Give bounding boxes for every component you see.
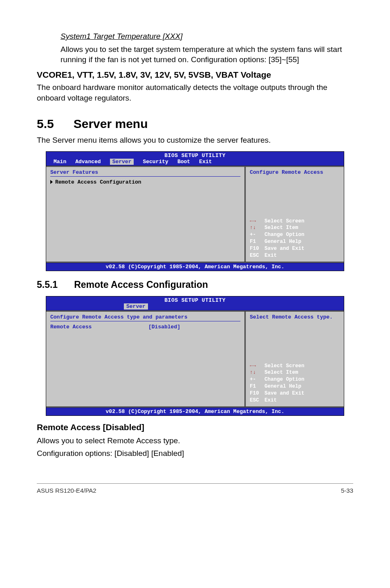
bios-left-panel: Server Features Remote Access Configurat… (46, 167, 246, 262)
key-f1: F1 (250, 383, 261, 390)
page-container: System1 Target Temperature [XXX] Allows … (0, 0, 390, 510)
vcore-desc: The onboard hardware monitor automatical… (37, 82, 353, 103)
key-plusminus: +- (250, 376, 261, 383)
remote-access-desc-1: Allows you to select Remote Access type. (37, 435, 353, 446)
key-help: ←→Select Screen ↑↓Select Item +-Change O… (250, 218, 340, 259)
section-number: 5.5 (37, 117, 54, 131)
key-plusminus: +- (250, 231, 261, 238)
page-footer: ASUS RS120-E4/PA2 5-33 (37, 483, 353, 494)
footer-product: ASUS RS120-E4/PA2 (37, 487, 96, 494)
keyhelp-general-help: General Help (264, 238, 301, 245)
remote-access-heading: Remote Access [Disabled] (37, 422, 353, 432)
triangle-right-icon (50, 180, 53, 184)
bios-footer: v02.58 (C)Copyright 1985-2004, American … (46, 408, 344, 415)
bios-screenshot-server-menu: BIOS SETUP UTILITY Main Advanced Server … (46, 151, 344, 271)
arrows-lr-icon: ←→ (250, 218, 261, 225)
sub-setting-title: System1 Target Temperature [XXX] (61, 31, 353, 42)
tab-exit: Exit (199, 159, 212, 165)
kv-value: [Disabled] (148, 324, 180, 330)
bios-left-panel: Configure Remote Access type and paramet… (46, 312, 246, 406)
tab-main: Main (54, 159, 66, 165)
menu-item-label: Remote Access Configuration (55, 179, 141, 185)
kv-key: Remote Access (50, 324, 148, 330)
subsection-number: 5.5.1 (37, 279, 58, 290)
tab-boot: Boot (177, 159, 190, 165)
tab-security: Security (143, 159, 168, 165)
server-features-label: Server Features (50, 169, 240, 175)
key-esc: ESC (250, 252, 261, 259)
arrows-ud-icon: ↑↓ (250, 224, 261, 231)
footer-pagenum: 5-33 (341, 487, 353, 494)
keyhelp-select-item: Select Item (264, 369, 298, 376)
bios-tabs: Server (46, 303, 344, 310)
keyhelp-exit: Exit (264, 252, 277, 259)
keyhelp-general-help: General Help (264, 383, 301, 390)
section-5-5-heading: 5.5 Server menu (37, 117, 353, 131)
tab-server: Server (110, 159, 134, 165)
key-f10: F10 (250, 245, 261, 252)
keyhelp-change-option: Change Option (264, 231, 305, 238)
bios-title: BIOS SETUP UTILITY (46, 297, 344, 303)
section-5-5-1-heading: 5.5.1 Remote Access Configuration (37, 279, 353, 290)
key-esc: ESC (250, 397, 261, 404)
tab-server: Server (124, 303, 148, 310)
arrows-ud-icon: ↑↓ (250, 369, 261, 376)
vcore-heading: VCORE1, VTT, 1.5V, 1.8V, 3V, 12V, 5V, 5V… (37, 70, 353, 80)
key-f1: F1 (250, 238, 261, 245)
bios-header: BIOS SETUP UTILITY Server (46, 296, 344, 310)
help-text: Configure Remote Access (250, 169, 340, 175)
keyhelp-select-screen: Select Screen (264, 218, 305, 225)
bios-right-panel: Select Remote Access type. ←→Select Scre… (246, 312, 344, 406)
divider (50, 321, 240, 321)
bios-tabs: Main Advanced Server Security Boot Exit (46, 159, 344, 165)
section-desc: The Server menu items allows you to cust… (37, 135, 353, 146)
keyhelp-save-exit: Save and Exit (264, 245, 305, 252)
subsection-title: Remote Access Configuration (74, 279, 208, 290)
bios-header: BIOS SETUP UTILITY Main Advanced Server … (46, 152, 344, 166)
menu-item-remote-access-config: Remote Access Configuration (50, 179, 240, 185)
bios-body: Configure Remote Access type and paramet… (46, 310, 344, 408)
sub-setting-desc: Allows you to set the target system temp… (61, 44, 353, 65)
keyhelp-exit: Exit (264, 397, 277, 404)
configure-remote-title: Configure Remote Access type and paramet… (50, 314, 240, 320)
arrows-lr-icon: ←→ (250, 363, 261, 370)
key-help: ←→Select Screen ↑↓Select Item +-Change O… (250, 363, 340, 404)
keyhelp-change-option: Change Option (264, 376, 305, 383)
bios-screenshot-remote-access: BIOS SETUP UTILITY Server Configure Remo… (46, 296, 344, 416)
remote-access-desc-2: Configuration options: [Disabled] [Enabl… (37, 448, 353, 459)
bios-title: BIOS SETUP UTILITY (46, 153, 344, 159)
sub-setting-block: System1 Target Temperature [XXX] Allows … (37, 31, 353, 65)
bios-right-panel: Configure Remote Access ←→Select Screen … (246, 167, 344, 262)
tab-advanced: Advanced (75, 159, 101, 165)
bios-footer: v02.58 (C)Copyright 1985-2004, American … (46, 263, 344, 271)
bios-body: Server Features Remote Access Configurat… (46, 166, 344, 263)
kv-remote-access: Remote Access [Disabled] (50, 324, 240, 330)
keyhelp-select-item: Select Item (264, 224, 298, 231)
key-f10: F10 (250, 390, 261, 397)
divider (50, 176, 240, 177)
help-text: Select Remote Access type. (250, 314, 340, 320)
keyhelp-save-exit: Save and Exit (264, 390, 305, 397)
section-title: Server menu (74, 117, 148, 131)
keyhelp-select-screen: Select Screen (264, 363, 305, 370)
